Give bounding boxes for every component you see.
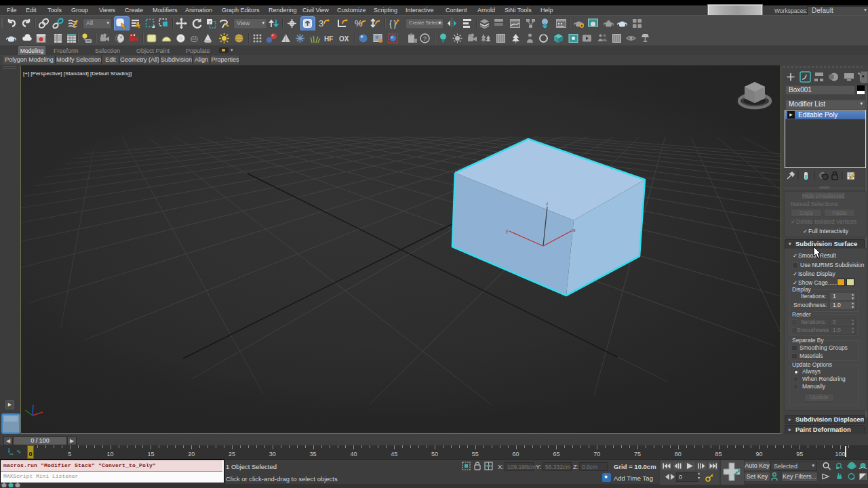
svg-text:HF: HF xyxy=(324,35,333,43)
svg-text:y: y xyxy=(506,228,509,234)
svg-text:OX: OX xyxy=(339,35,349,43)
svg-text:x: x xyxy=(573,228,576,232)
svg-text:{ }: { } xyxy=(389,19,396,28)
svg-text:z: z xyxy=(546,201,549,206)
svg-text:3: 3 xyxy=(319,18,323,28)
svg-text:?: ? xyxy=(423,35,427,42)
